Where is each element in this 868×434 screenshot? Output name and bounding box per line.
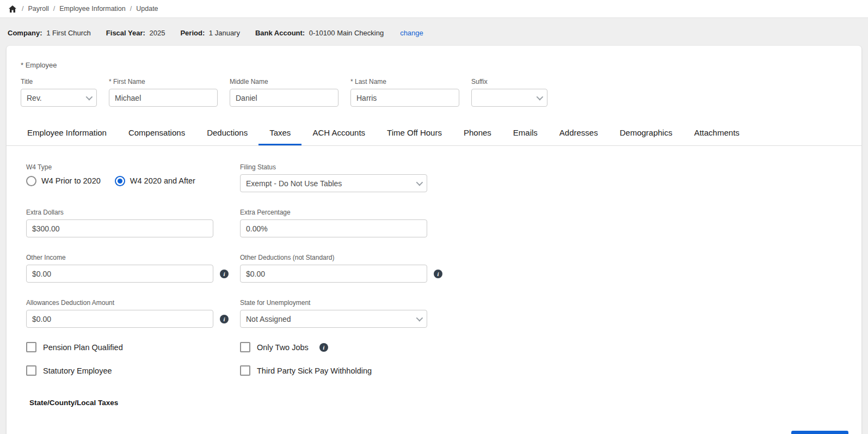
last-name-label: * Last Name (350, 78, 459, 85)
first-name-input[interactable] (109, 89, 218, 107)
allowances-deduction-field: Allowances Deduction Amount i (26, 299, 213, 328)
third-party-sick-pay-checkbox[interactable]: Third Party Sick Pay Withholding (240, 365, 372, 376)
other-deductions-field: Other Deductions (not Standard) i (240, 254, 427, 283)
tab-employee-information[interactable]: Employee Information (16, 121, 118, 145)
last-name-input[interactable] (350, 89, 459, 107)
other-deductions-label: Other Deductions (not Standard) (240, 254, 427, 261)
statutory-employee-checkbox[interactable]: Statutory Employee (26, 365, 240, 376)
tab-phones[interactable]: Phones (453, 121, 502, 145)
checkbox-icon[interactable] (26, 342, 36, 352)
state-unemployment-select[interactable]: Not Assigned (240, 310, 427, 328)
title-select[interactable]: Rev. (21, 89, 97, 107)
third-party-sick-pay-label: Third Party Sick Pay Withholding (257, 366, 372, 375)
allowances-deduction-label: Allowances Deduction Amount (26, 299, 213, 307)
only-two-jobs-label: Only Two Jobs (257, 343, 309, 352)
only-two-jobs-checkbox[interactable]: Only Two Jobs i (240, 342, 328, 352)
checkbox-row-2: Statutory Employee Third Party Sick Pay … (26, 365, 861, 376)
title-field: Title Rev. (21, 78, 97, 107)
tab-demographics[interactable]: Demographics (609, 121, 684, 145)
suffix-label: Suffix (471, 78, 547, 85)
period-label: Period: (180, 29, 205, 37)
filing-status-select[interactable]: Exempt - Do Not Use Tables (240, 174, 427, 192)
breadcrumb-item-payroll[interactable]: Payroll (28, 5, 48, 13)
statutory-employee-label: Statutory Employee (43, 366, 112, 375)
other-income-label: Other Income (26, 254, 213, 261)
title-select-value: Rev. (27, 94, 42, 102)
context-period: Period: 1 January (180, 29, 240, 37)
extra-percentage-input[interactable] (240, 219, 427, 237)
radio-w4-prior-2020-label: W4 Prior to 2020 (41, 176, 101, 185)
taxes-tab-content: W4 Type W4 Prior to 2020 W4 2020 and Aft… (7, 146, 861, 434)
pension-plan-qualified-label: Pension Plan Qualified (43, 343, 123, 352)
extra-percentage-field: Extra Percentage (240, 209, 427, 237)
middle-name-input[interactable] (230, 89, 338, 107)
chevron-down-icon (537, 94, 544, 101)
bank-account-value: 0-10100 Main Checking (309, 29, 384, 37)
third-party-sick-pay-cell: Third Party Sick Pay Withholding (240, 365, 372, 376)
pension-plan-qualified-checkbox[interactable]: Pension Plan Qualified (26, 342, 240, 352)
tab-taxes[interactable]: Taxes (258, 121, 301, 145)
extra-percentage-label: Extra Percentage (240, 209, 427, 216)
tab-emails[interactable]: Emails (502, 121, 549, 145)
bank-account-label: Bank Account: (255, 29, 305, 37)
filing-status-value: Exempt - Do Not Use Tables (246, 179, 342, 188)
last-name-field: * Last Name (350, 78, 459, 107)
other-row: Other Income i Other Deductions (not Sta… (26, 254, 861, 283)
fiscal-year-label: Fiscal Year: (106, 29, 145, 37)
period-value: 1 January (209, 29, 240, 37)
breadcrumb-item-employee-information[interactable]: Employee Information (59, 5, 126, 13)
tab-deductions[interactable]: Deductions (196, 121, 258, 145)
tab-compensations[interactable]: Compensations (118, 121, 196, 145)
fiscal-year-value: 2025 (150, 29, 165, 37)
extra-dollars-input[interactable] (26, 219, 213, 237)
home-icon[interactable] (9, 5, 16, 13)
info-icon[interactable]: i (434, 270, 442, 278)
breadcrumb-item-update: Update (136, 5, 158, 13)
allowances-row: Allowances Deduction Amount i State for … (26, 299, 861, 328)
radio-icon-checked[interactable] (115, 176, 125, 186)
breadcrumb: / Payroll / Employee Information / Updat… (0, 0, 868, 18)
breadcrumb-separator: / (130, 5, 132, 13)
w4-filing-row: W4 Type W4 Prior to 2020 W4 2020 and Aft… (26, 163, 861, 192)
other-deductions-input[interactable] (240, 265, 427, 283)
tab-time-off-hours[interactable]: Time Off Hours (376, 121, 453, 145)
middle-name-label: Middle Name (230, 78, 338, 85)
employee-section: * Employee Title Rev. * First Name Middl… (7, 46, 861, 107)
chevron-down-icon (416, 315, 423, 322)
checkbox-icon[interactable] (240, 342, 250, 352)
context-company: Company: 1 First Church (8, 29, 91, 37)
other-income-field: Other Income i (26, 254, 213, 283)
radio-w4-prior-2020[interactable]: W4 Prior to 2020 (26, 176, 101, 186)
other-income-input[interactable] (26, 265, 213, 283)
checkbox-icon[interactable] (240, 365, 250, 376)
extra-dollars-label: Extra Dollars (26, 209, 213, 216)
state-unemployment-field: State for Unemployment Not Assigned (240, 299, 427, 328)
info-icon[interactable]: i (220, 315, 229, 323)
employee-tabs: Employee Information Compensations Deduc… (7, 121, 861, 146)
chevron-down-icon (416, 179, 423, 186)
state-county-local-taxes-heading: State/County/Local Taxes (29, 399, 861, 407)
info-icon[interactable]: i (220, 270, 229, 278)
radio-w4-2020-after-label: W4 2020 and After (130, 176, 195, 185)
w4-type-options: W4 Prior to 2020 W4 2020 and After (26, 174, 213, 187)
info-icon[interactable]: i (319, 343, 328, 352)
employee-update-card: * Employee Title Rev. * First Name Middl… (7, 46, 861, 434)
page: / Payroll / Employee Information / Updat… (0, 0, 868, 434)
company-value: 1 First Church (46, 29, 91, 37)
allowances-deduction-input[interactable] (26, 310, 213, 328)
checkbox-icon[interactable] (26, 365, 36, 376)
change-link[interactable]: change (400, 29, 423, 37)
suffix-select[interactable] (471, 89, 547, 107)
suffix-field: Suffix (471, 78, 547, 107)
tab-attachments[interactable]: Attachments (683, 121, 750, 145)
radio-icon[interactable] (26, 176, 36, 186)
extra-dollars-field: Extra Dollars (26, 209, 213, 237)
title-label: Title (21, 78, 97, 85)
first-name-label: * First Name (109, 78, 218, 85)
chevron-down-icon (86, 94, 93, 101)
filing-status-field: Filing Status Exempt - Do Not Use Tables (240, 163, 427, 192)
tab-ach-accounts[interactable]: ACH Accounts (301, 121, 376, 145)
tab-addresses[interactable]: Addresses (549, 121, 609, 145)
radio-w4-2020-after[interactable]: W4 2020 and After (115, 176, 195, 186)
add-new-tax-button[interactable]: Add New Tax (791, 431, 848, 434)
